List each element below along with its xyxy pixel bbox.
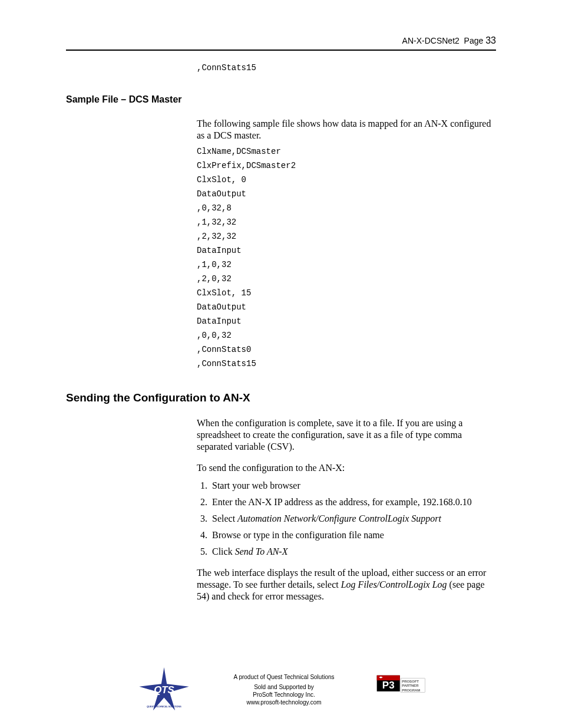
svg-text:PROSOFT: PROSOFT	[402, 680, 419, 683]
footer-text: A product of Quest Technical Solutions S…	[233, 673, 334, 706]
svg-text:PROGRAM: PROGRAM	[402, 689, 420, 692]
send-p1: When the configuration is complete, save…	[197, 417, 496, 453]
footer-line4: www.prosoft-technology.com	[233, 699, 334, 706]
list-item: Enter the AN-X IP address as the address…	[210, 496, 496, 508]
page-number: 33	[485, 35, 496, 45]
step-text: Select	[212, 513, 237, 523]
footer-line1: A product of Quest Technical Solutions	[233, 673, 334, 681]
code-line: ,ConnStats15	[197, 64, 496, 72]
code-line: ClxSlot, 0	[197, 176, 496, 184]
code-line: ,0,32,8	[197, 204, 496, 212]
step-text: Browse or type in the configuration file…	[212, 530, 384, 540]
code-line: ,2,32,32	[197, 232, 496, 241]
code-line: ,ConnStats0	[197, 345, 496, 354]
qts-logo: QTS QUEST TECHNICAL SOLUTIONS	[136, 667, 192, 711]
svg-text:QUEST TECHNICAL SOLUTIONS: QUEST TECHNICAL SOLUTIONS	[147, 706, 182, 708]
step-em: Send To AN-X	[235, 546, 288, 556]
svg-text:QTS: QTS	[154, 684, 175, 696]
p3-logo: P3 PROSOFT PARTNER PROGRAM	[376, 673, 426, 706]
footer-line3: ProSoft Technology Inc.	[233, 691, 334, 699]
code-line: ClxSlot, 15	[197, 289, 496, 297]
list-item: Browse or type in the configuration file…	[210, 529, 496, 541]
send-p2: To send the configuration to the AN-X:	[197, 462, 496, 474]
code-line: DataInput	[197, 317, 496, 325]
code-line: ClxPrefix,DCSmaster2	[197, 162, 496, 170]
header-rule	[66, 50, 496, 51]
code-line: ,1,0,32	[197, 261, 496, 269]
doc-title: AN-X-DCSNet2	[402, 36, 459, 45]
step-em: Automation Network/Configure ControlLogi…	[237, 513, 441, 523]
code-line: DataOutput	[197, 190, 496, 198]
list-item: Click Send To AN-X	[210, 546, 496, 558]
code-line: DataInput	[197, 246, 496, 255]
svg-text:P3: P3	[382, 680, 394, 691]
list-item: Select Automation Network/Configure Cont…	[210, 513, 496, 525]
heading-sample-file: Sample File – DCS Master	[66, 94, 496, 105]
list-item: Start your web browser	[210, 480, 496, 492]
sample-intro: The following sample file shows how data…	[197, 118, 496, 141]
code-line: ,0,0,32	[197, 331, 496, 340]
p3-em: Log Files/ControlLogix Log	[341, 579, 447, 589]
code-line: ClxName,DCSmaster	[197, 147, 496, 156]
send-p3: The web interface displays the result of…	[197, 567, 496, 602]
footer-line2: Sold and Supported by	[233, 683, 334, 691]
page-label: Page	[464, 36, 484, 45]
send-steps: Start your web browser Enter the AN-X IP…	[197, 480, 496, 558]
step-text: Start your web browser	[212, 480, 300, 490]
code-line: ,ConnStats15	[197, 360, 496, 368]
step-text: Enter the AN-X IP address as the address…	[212, 497, 472, 507]
page-footer: QTS QUEST TECHNICAL SOLUTIONS A product …	[0, 667, 562, 711]
code-line: DataOutput	[197, 303, 496, 311]
heading-sending-config: Sending the Configuration to AN-X	[66, 391, 496, 404]
page-header: AN-X-DCSNet2 Page 33	[66, 35, 496, 46]
code-line: ,1,32,32	[197, 218, 496, 226]
step-text: Click	[212, 546, 235, 556]
svg-text:PARTNER: PARTNER	[402, 684, 419, 687]
code-line: ,2,0,32	[197, 275, 496, 283]
